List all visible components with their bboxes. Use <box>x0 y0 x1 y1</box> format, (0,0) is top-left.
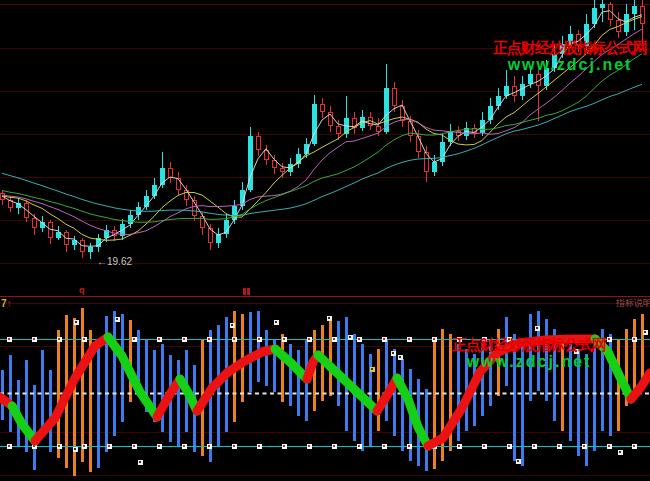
stock-chart-window: 正点财经炒股指标公式网 www.zdcj.net 正点财经炒股指标公式网 www… <box>0 0 650 481</box>
indicator-param-label: 7↑ <box>1 298 12 309</box>
param-arrow-icon: ↑ <box>7 298 12 309</box>
chart-canvas <box>0 0 650 481</box>
price-low-annotation: ←19.62 <box>97 256 132 267</box>
divider-glyph-icon <box>243 288 251 295</box>
indicator-help-link[interactable]: 指标说明 <box>616 297 650 310</box>
divider-marker-q: q <box>79 285 85 295</box>
